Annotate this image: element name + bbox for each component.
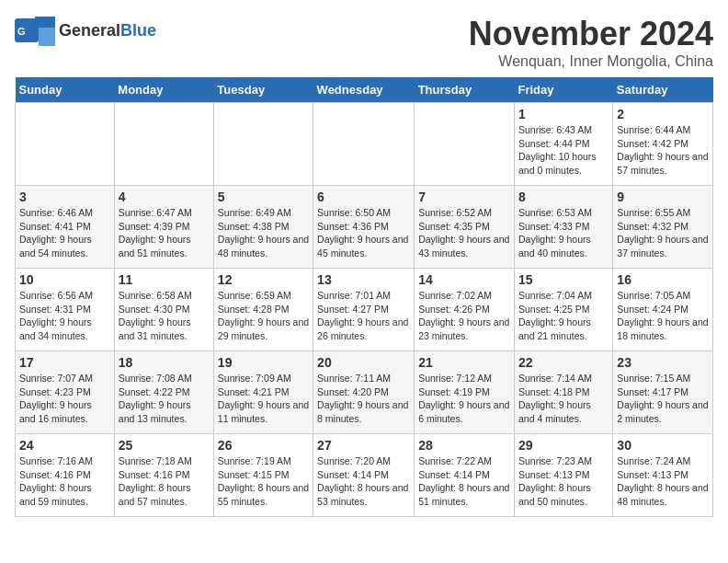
day-info: Sunrise: 7:18 AM Sunset: 4:16 PM Dayligh… xyxy=(119,454,210,509)
calendar-cell xyxy=(313,103,415,186)
calendar-cell: 1Sunrise: 6:43 AM Sunset: 4:44 PM Daylig… xyxy=(514,103,612,186)
header-row: Sunday Monday Tuesday Wednesday Thursday… xyxy=(16,77,713,103)
col-sunday: Sunday xyxy=(16,77,115,103)
logo-icon: G xyxy=(15,15,55,46)
day-number: 27 xyxy=(317,438,410,453)
day-info: Sunrise: 7:12 AM Sunset: 4:19 PM Dayligh… xyxy=(418,372,510,426)
day-number: 15 xyxy=(518,272,609,287)
calendar-cell xyxy=(114,103,213,186)
day-info: Sunrise: 7:15 AM Sunset: 4:17 PM Dayligh… xyxy=(617,372,709,426)
calendar-cell: 7Sunrise: 6:52 AM Sunset: 4:35 PM Daylig… xyxy=(415,186,515,269)
location-title: Wenquan, Inner Mongolia, China xyxy=(469,53,713,70)
calendar-cell: 9Sunrise: 6:55 AM Sunset: 4:32 PM Daylig… xyxy=(613,186,713,269)
day-info: Sunrise: 6:47 AM Sunset: 4:39 PM Dayligh… xyxy=(119,206,210,260)
calendar-week-1: 1Sunrise: 6:43 AM Sunset: 4:44 PM Daylig… xyxy=(16,103,713,186)
col-monday: Monday xyxy=(114,77,213,103)
calendar-cell: 16Sunrise: 7:05 AM Sunset: 4:24 PM Dayli… xyxy=(613,269,713,351)
calendar-cell: 11Sunrise: 6:58 AM Sunset: 4:30 PM Dayli… xyxy=(114,269,213,351)
day-info: Sunrise: 6:50 AM Sunset: 4:36 PM Dayligh… xyxy=(317,206,410,260)
day-info: Sunrise: 6:55 AM Sunset: 4:32 PM Dayligh… xyxy=(617,206,709,260)
day-number: 2 xyxy=(617,107,709,121)
day-number: 19 xyxy=(218,355,309,370)
title-area: November 2024 Wenquan, Inner Mongolia, C… xyxy=(469,15,713,70)
day-info: Sunrise: 7:08 AM Sunset: 4:22 PM Dayligh… xyxy=(119,372,210,426)
day-number: 30 xyxy=(617,438,709,453)
day-number: 18 xyxy=(119,355,210,370)
calendar-table: Sunday Monday Tuesday Wednesday Thursday… xyxy=(15,77,713,517)
day-info: Sunrise: 6:56 AM Sunset: 4:31 PM Dayligh… xyxy=(19,289,110,343)
svg-marker-2 xyxy=(39,28,55,46)
calendar-cell: 22Sunrise: 7:14 AM Sunset: 4:18 PM Dayli… xyxy=(514,351,612,434)
calendar-body: 1Sunrise: 6:43 AM Sunset: 4:44 PM Daylig… xyxy=(16,103,713,517)
day-number: 8 xyxy=(518,190,609,204)
day-info: Sunrise: 7:14 AM Sunset: 4:18 PM Dayligh… xyxy=(518,372,609,426)
day-number: 9 xyxy=(617,190,709,204)
calendar-cell: 21Sunrise: 7:12 AM Sunset: 4:19 PM Dayli… xyxy=(415,351,515,434)
day-number: 6 xyxy=(317,190,410,204)
calendar-cell xyxy=(16,103,115,186)
day-info: Sunrise: 7:09 AM Sunset: 4:21 PM Dayligh… xyxy=(218,372,309,426)
calendar-cell xyxy=(213,103,313,186)
calendar-cell xyxy=(415,103,515,186)
day-number: 26 xyxy=(218,438,309,453)
calendar-cell: 30Sunrise: 7:24 AM Sunset: 4:13 PM Dayli… xyxy=(613,434,713,517)
calendar-cell: 28Sunrise: 7:22 AM Sunset: 4:14 PM Dayli… xyxy=(415,434,515,517)
calendar-week-3: 10Sunrise: 6:56 AM Sunset: 4:31 PM Dayli… xyxy=(16,269,713,351)
calendar-cell: 26Sunrise: 7:19 AM Sunset: 4:15 PM Dayli… xyxy=(213,434,313,517)
day-number: 16 xyxy=(617,272,709,287)
day-info: Sunrise: 6:58 AM Sunset: 4:30 PM Dayligh… xyxy=(119,289,210,343)
calendar-cell: 20Sunrise: 7:11 AM Sunset: 4:20 PM Dayli… xyxy=(313,351,415,434)
logo-general-text: General xyxy=(59,21,120,40)
col-thursday: Thursday xyxy=(415,77,515,103)
calendar-cell: 10Sunrise: 6:56 AM Sunset: 4:31 PM Dayli… xyxy=(16,269,115,351)
day-number: 3 xyxy=(19,190,110,204)
day-number: 29 xyxy=(518,438,609,453)
month-title: November 2024 xyxy=(469,15,713,53)
calendar-cell: 13Sunrise: 7:01 AM Sunset: 4:27 PM Dayli… xyxy=(313,269,415,351)
day-info: Sunrise: 6:59 AM Sunset: 4:28 PM Dayligh… xyxy=(218,289,309,343)
calendar-cell: 27Sunrise: 7:20 AM Sunset: 4:14 PM Dayli… xyxy=(313,434,415,517)
day-info: Sunrise: 7:07 AM Sunset: 4:23 PM Dayligh… xyxy=(19,372,110,426)
day-number: 14 xyxy=(418,272,510,287)
day-info: Sunrise: 6:53 AM Sunset: 4:33 PM Dayligh… xyxy=(518,206,609,260)
calendar-cell: 25Sunrise: 7:18 AM Sunset: 4:16 PM Dayli… xyxy=(114,434,213,517)
calendar-cell: 14Sunrise: 7:02 AM Sunset: 4:26 PM Dayli… xyxy=(415,269,515,351)
day-info: Sunrise: 6:43 AM Sunset: 4:44 PM Dayligh… xyxy=(518,123,609,178)
day-info: Sunrise: 6:49 AM Sunset: 4:38 PM Dayligh… xyxy=(218,206,309,260)
calendar-cell: 24Sunrise: 7:16 AM Sunset: 4:16 PM Dayli… xyxy=(16,434,115,517)
day-info: Sunrise: 7:22 AM Sunset: 4:14 PM Dayligh… xyxy=(418,454,510,509)
calendar-week-4: 17Sunrise: 7:07 AM Sunset: 4:23 PM Dayli… xyxy=(16,351,713,434)
day-number: 20 xyxy=(317,355,410,370)
col-tuesday: Tuesday xyxy=(213,77,313,103)
day-number: 7 xyxy=(418,190,510,204)
day-number: 5 xyxy=(218,190,309,204)
day-info: Sunrise: 7:19 AM Sunset: 4:15 PM Dayligh… xyxy=(218,454,309,509)
logo: G GeneralBlue xyxy=(15,15,156,46)
calendar-cell: 19Sunrise: 7:09 AM Sunset: 4:21 PM Dayli… xyxy=(213,351,313,434)
calendar-week-2: 3Sunrise: 6:46 AM Sunset: 4:41 PM Daylig… xyxy=(16,186,713,269)
day-number: 24 xyxy=(19,438,110,453)
page-header: G GeneralBlue November 2024 Wenquan, Inn… xyxy=(15,15,713,70)
calendar-cell: 6Sunrise: 6:50 AM Sunset: 4:36 PM Daylig… xyxy=(313,186,415,269)
day-number: 22 xyxy=(518,355,609,370)
day-info: Sunrise: 7:20 AM Sunset: 4:14 PM Dayligh… xyxy=(317,454,410,509)
day-info: Sunrise: 7:02 AM Sunset: 4:26 PM Dayligh… xyxy=(418,289,510,343)
calendar-cell: 15Sunrise: 7:04 AM Sunset: 4:25 PM Dayli… xyxy=(514,269,612,351)
svg-text:G: G xyxy=(17,26,26,37)
col-friday: Friday xyxy=(514,77,612,103)
day-number: 1 xyxy=(518,107,609,121)
day-info: Sunrise: 6:46 AM Sunset: 4:41 PM Dayligh… xyxy=(19,206,110,260)
calendar-cell: 18Sunrise: 7:08 AM Sunset: 4:22 PM Dayli… xyxy=(114,351,213,434)
calendar-cell: 29Sunrise: 7:23 AM Sunset: 4:13 PM Dayli… xyxy=(514,434,612,517)
calendar-cell: 17Sunrise: 7:07 AM Sunset: 4:23 PM Dayli… xyxy=(16,351,115,434)
day-info: Sunrise: 7:24 AM Sunset: 4:13 PM Dayligh… xyxy=(617,454,709,509)
logo-blue-text: Blue xyxy=(120,21,156,40)
calendar-week-5: 24Sunrise: 7:16 AM Sunset: 4:16 PM Dayli… xyxy=(16,434,713,517)
day-info: Sunrise: 7:16 AM Sunset: 4:16 PM Dayligh… xyxy=(19,454,110,509)
calendar-cell: 2Sunrise: 6:44 AM Sunset: 4:42 PM Daylig… xyxy=(613,103,713,186)
calendar-cell: 8Sunrise: 6:53 AM Sunset: 4:33 PM Daylig… xyxy=(514,186,612,269)
day-number: 4 xyxy=(119,190,210,204)
day-info: Sunrise: 6:44 AM Sunset: 4:42 PM Dayligh… xyxy=(617,123,709,178)
day-number: 28 xyxy=(418,438,510,453)
calendar-cell: 4Sunrise: 6:47 AM Sunset: 4:39 PM Daylig… xyxy=(114,186,213,269)
